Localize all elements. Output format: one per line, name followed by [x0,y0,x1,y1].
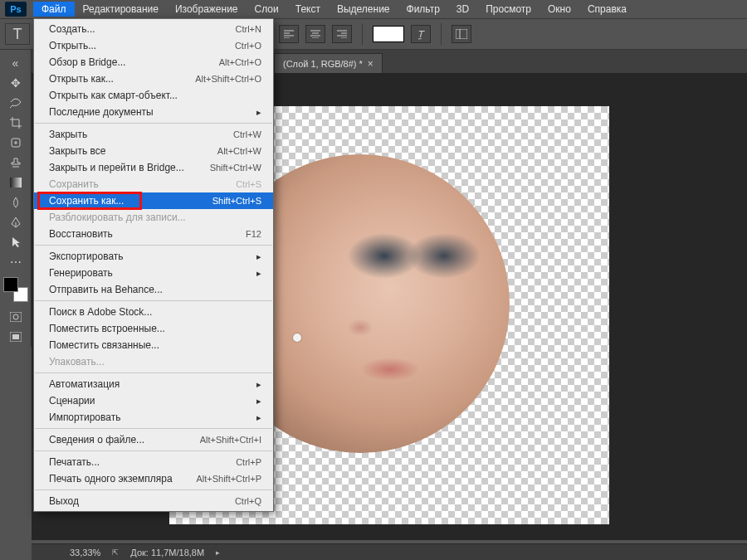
menu-item-label: Печать одного экземпляра [49,473,173,485]
menu-item-shortcut: Alt+Ctrl+O [219,57,261,67]
menu-item[interactable]: Сведения о файле...Alt+Shift+Ctrl+I [34,431,273,448]
document-tab-title: (Слой 1, RGB/8#) * [283,59,363,69]
screenmode-icon[interactable] [0,327,31,347]
menu-item-shortcut: Ctrl+W [233,129,261,139]
document-tab[interactable]: (Слой 1, RGB/8#) * × [274,53,383,73]
healing-brush-icon[interactable] [0,133,31,153]
menu-item[interactable]: ЗакрытьCtrl+W [34,126,273,143]
tool-preset-type-icon[interactable]: T [5,23,30,45]
menu-item[interactable]: Отправить на Behance... [34,281,273,298]
warp-text-button[interactable]: T̰ [411,25,431,43]
menu-item[interactable]: Открыть как...Alt+Shift+Ctrl+O [34,71,273,87]
menu-item[interactable]: ВосстановитьF12 [34,226,273,242]
menu-item-label: Закрыть все [49,145,105,157]
menu-Просмотр[interactable]: Просмотр [477,2,540,17]
menu-separator [35,300,272,301]
menu-item[interactable]: ВыходCtrl+Q [34,493,273,509]
menu-item[interactable]: Печать одного экземпляраAlt+Shift+Ctrl+P [34,470,273,487]
move-tool-icon[interactable]: ✥ [0,73,31,93]
file-menu-dropdown: Создать...Ctrl+NОткрыть...Ctrl+OОбзор в … [33,18,274,512]
more-tools-icon[interactable]: ⋯ [0,252,31,272]
svg-point-4 [13,314,18,319]
info-expand-icon[interactable]: ▸ [216,548,220,557]
menu-item-shortcut: Alt+Shift+Ctrl+P [196,474,261,484]
menu-separator [35,428,272,429]
menu-Слои[interactable]: Слои [247,2,287,17]
menu-item[interactable]: Печатать...Ctrl+P [34,454,273,470]
crop-tool-icon[interactable] [0,113,31,133]
menu-Текст[interactable]: Текст [287,2,329,17]
menu-item-shortcut: Shift+Ctrl+W [210,163,261,173]
svg-rect-3 [10,312,22,322]
menu-item-label: Сохранить как... [49,195,124,207]
menu-item[interactable]: Создать...Ctrl+N [34,21,273,37]
zoom-level[interactable]: 33,33% [70,548,100,558]
stamp-tool-icon[interactable] [0,153,31,173]
double-arrow-icon[interactable]: « [0,53,31,73]
menu-item[interactable]: Поместить связанные... [34,337,273,353]
menu-item-label: Обзор в Bridge... [49,56,125,68]
align-left-button[interactable] [279,25,299,43]
menu-item-label: Разблокировать для записи... [49,212,186,223]
character-panel-button[interactable] [452,25,471,43]
menu-item[interactable]: Закрыть и перейти в Bridge...Shift+Ctrl+… [34,159,273,176]
menu-item[interactable]: Открыть как смарт-объект... [34,87,273,104]
blur-tool-icon[interactable] [0,192,31,212]
menu-item[interactable]: Генерировать [34,265,273,281]
quickmask-icon[interactable] [0,307,31,327]
menu-item[interactable]: Поместить встроенные... [34,320,273,337]
menu-item[interactable]: Сценарии [34,392,273,409]
lasso-tool-icon[interactable] [0,93,31,113]
text-color-swatch[interactable] [373,26,404,42]
menu-Изображение[interactable]: Изображение [167,2,247,17]
menu-Редактирование[interactable]: Редактирование [75,2,167,17]
pen-tool-icon[interactable] [0,212,31,232]
separator [441,23,442,45]
menu-item[interactable]: Открыть...Ctrl+O [34,37,273,54]
menu-item-label: Открыть как смарт-объект... [49,90,178,101]
menu-item[interactable]: Автоматизация [34,376,273,392]
menu-item[interactable]: Обзор в Bridge...Alt+Ctrl+O [34,54,273,71]
menu-item: Упаковать... [34,353,273,370]
menu-item[interactable]: Последние документы [34,104,273,120]
menu-item[interactable]: Закрыть всеAlt+Ctrl+W [34,143,273,159]
menu-item-label: Сценарии [49,395,95,407]
menu-item-label: Экспортировать [49,251,124,262]
menu-item[interactable]: Поиск в Adobe Stock... [34,304,273,320]
align-center-button[interactable] [305,25,325,43]
menu-item-shortcut: F12 [246,229,261,239]
menu-item-label: Автоматизация [49,378,120,390]
zoom-expand-icon[interactable]: ⇱ [112,548,119,557]
menu-item-label: Отправить на Behance... [49,284,163,295]
menu-separator [35,245,272,246]
menu-item[interactable]: Экспортировать [34,248,273,265]
menu-item-shortcut: Ctrl+S [236,179,261,189]
menu-separator [35,373,272,373]
close-tab-icon[interactable]: × [368,58,374,70]
color-swatches[interactable] [3,277,28,302]
toolbox: « ✥ ⋯ [0,50,32,347]
menu-item-label: Поместить связанные... [49,339,159,351]
menu-item-shortcut: Ctrl+Q [235,496,261,506]
menu-Окно[interactable]: Окно [540,2,579,17]
menu-Фильтр[interactable]: Фильтр [398,2,448,17]
svg-rect-0 [456,29,467,39]
menu-item: Разблокировать для записи... [34,209,273,226]
menu-3D[interactable]: 3D [448,2,477,17]
menu-Файл[interactable]: Файл [33,2,75,17]
align-right-button[interactable] [332,25,352,43]
menu-item[interactable]: Сохранить как...Shift+Ctrl+S [34,192,273,209]
menu-Справка[interactable]: Справка [579,2,635,17]
menu-item-shortcut: Ctrl+N [236,24,261,34]
menu-separator [35,450,272,451]
menu-Выделение[interactable]: Выделение [329,2,398,17]
menu-item-label: Сохранить [49,178,99,190]
menu-item-shortcut: Alt+Shift+Ctrl+O [195,74,261,84]
svg-rect-6 [12,334,19,339]
menu-item-shortcut: Shift+Ctrl+S [212,196,261,206]
menu-item-label: Открыть... [49,40,96,51]
menu-item-label: Создать... [49,23,95,35]
gradient-tool-icon[interactable] [0,173,31,192]
menu-item[interactable]: Импортировать [34,409,273,426]
path-selection-icon[interactable] [0,232,31,252]
